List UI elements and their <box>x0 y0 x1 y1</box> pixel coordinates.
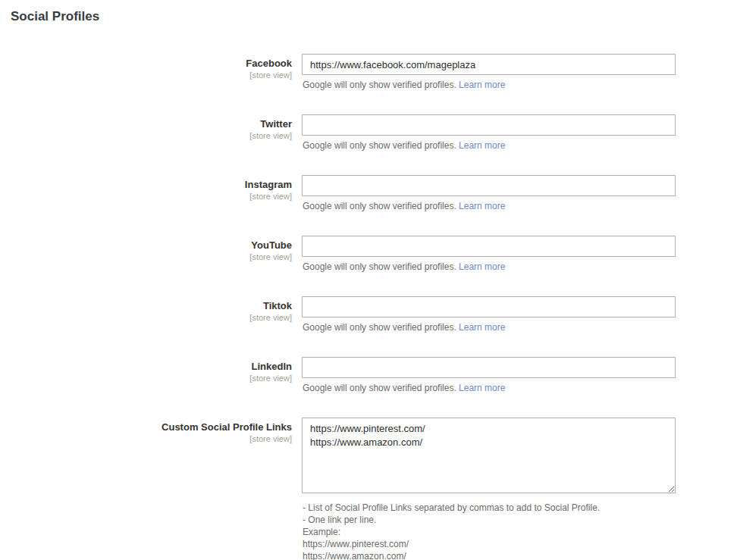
field-control-group: Google will only show verified profiles.… <box>302 114 676 152</box>
note-text: Google will only show verified profiles. <box>303 140 459 151</box>
youtube-input[interactable] <box>302 236 676 257</box>
note-text: Google will only show verified profiles. <box>303 322 459 333</box>
page-title: Social Profiles <box>11 7 737 27</box>
scope-label: [store view] <box>0 312 292 323</box>
field-note: Google will only show verified profiles.… <box>303 201 676 212</box>
instagram-input[interactable] <box>302 175 676 196</box>
field-control-group: Google will only show verified profiles.… <box>302 54 676 91</box>
form-row-facebook: Facebook [store view] Google will only s… <box>0 54 737 91</box>
field-note: Google will only show verified profiles.… <box>303 322 676 333</box>
field-label: Tiktok <box>0 300 292 312</box>
help-line: Example: <box>303 526 676 538</box>
form-row-youtube: YouTube [store view] Google will only sh… <box>0 236 737 273</box>
form-row-custom-links: Custom Social Profile Links [store view]… <box>0 418 737 560</box>
help-line: - One link per line. <box>303 514 676 526</box>
social-profiles-form: Facebook [store view] Google will only s… <box>0 54 737 560</box>
note-text: Google will only show verified profiles. <box>303 383 459 393</box>
field-label: Custom Social Profile Links <box>0 421 292 433</box>
facebook-input[interactable] <box>302 54 676 75</box>
custom-links-textarea[interactable]: https://www.pinterest.com/ https://www.a… <box>302 418 676 493</box>
learn-more-link[interactable]: Learn more <box>459 201 505 211</box>
scope-label: [store view] <box>0 433 292 444</box>
field-label-group: Custom Social Profile Links [store view] <box>0 418 292 560</box>
field-control-group: Google will only show verified profiles.… <box>302 296 676 333</box>
field-note: Google will only show verified profiles.… <box>303 80 676 91</box>
field-label: Instagram <box>0 179 292 191</box>
help-line: - List of Social Profile Links separated… <box>303 502 676 514</box>
field-label: YouTube <box>0 239 292 252</box>
help-line: https://www.pinterest.com/ <box>303 538 676 550</box>
learn-more-link[interactable]: Learn more <box>459 261 505 272</box>
field-note: Google will only show verified profiles.… <box>303 261 676 273</box>
field-label: LinkedIn <box>0 361 292 373</box>
field-label-group: Tiktok [store view] <box>0 296 292 333</box>
note-text: Google will only show verified profiles. <box>303 80 459 90</box>
form-row-tiktok: Tiktok [store view] Google will only sho… <box>0 296 737 333</box>
scope-label: [store view] <box>0 252 292 262</box>
learn-more-link[interactable]: Learn more <box>459 140 505 151</box>
form-row-instagram: Instagram [store view] Google will only … <box>0 175 737 212</box>
field-label-group: Facebook [store view] <box>0 54 292 91</box>
learn-more-link[interactable]: Learn more <box>459 80 505 90</box>
linkedin-input[interactable] <box>302 357 676 378</box>
field-control-group: Google will only show verified profiles.… <box>302 357 676 394</box>
scope-label: [store view] <box>0 191 292 202</box>
field-note: Google will only show verified profiles.… <box>303 383 676 394</box>
scope-label: [store view] <box>0 70 292 80</box>
note-text: Google will only show verified profiles. <box>303 261 459 272</box>
learn-more-link[interactable]: Learn more <box>459 383 505 393</box>
field-control-group: https://www.pinterest.com/ https://www.a… <box>302 418 676 560</box>
scope-label: [store view] <box>0 373 292 383</box>
form-row-linkedin: LinkedIn [store view] Google will only s… <box>0 357 737 394</box>
form-row-twitter: Twitter [store view] Google will only sh… <box>0 114 737 152</box>
field-label-group: YouTube [store view] <box>0 236 292 273</box>
note-text: Google will only show verified profiles. <box>303 201 459 211</box>
help-line: https://www.amazon.com/ <box>303 550 676 560</box>
field-control-group: Google will only show verified profiles.… <box>302 236 676 273</box>
field-label: Twitter <box>0 118 292 130</box>
field-label: Facebook <box>0 58 292 70</box>
custom-links-help: - List of Social Profile Links separated… <box>303 502 676 560</box>
twitter-input[interactable] <box>302 114 676 136</box>
field-label-group: LinkedIn [store view] <box>0 357 292 394</box>
field-note: Google will only show verified profiles.… <box>303 140 676 152</box>
field-control-group: Google will only show verified profiles.… <box>302 175 676 212</box>
field-label-group: Instagram [store view] <box>0 175 292 212</box>
social-profiles-page: Social Profiles Facebook [store view] Go… <box>0 0 737 560</box>
tiktok-input[interactable] <box>302 296 676 318</box>
scope-label: [store view] <box>0 130 292 141</box>
field-label-group: Twitter [store view] <box>0 114 292 152</box>
learn-more-link[interactable]: Learn more <box>459 322 505 333</box>
